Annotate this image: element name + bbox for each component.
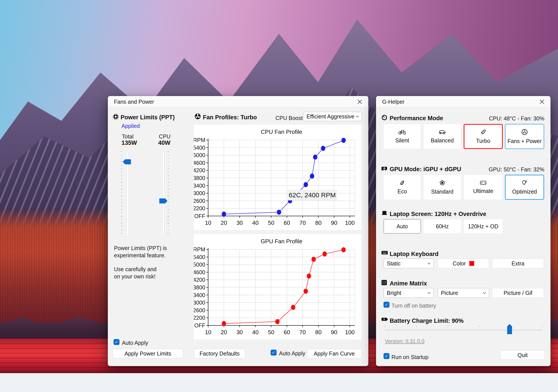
gpu-fan-chart-panel: OFF220026003000340038004200460050005400R… [194, 234, 362, 340]
close-icon [357, 99, 362, 104]
svg-text:3400: 3400 [194, 183, 205, 189]
svg-text:2200: 2200 [194, 315, 205, 321]
cpu-power-slider[interactable] [162, 151, 164, 237]
svg-text:4200: 4200 [194, 167, 205, 173]
turn-off-on-battery-checkbox[interactable]: ✓ [384, 302, 389, 308]
checkmark-icon: ✓ [272, 350, 276, 355]
fans-window-close-button[interactable] [356, 98, 364, 105]
keyboard-extra-button[interactable]: Extra [492, 259, 544, 268]
svg-text:20: 20 [221, 329, 227, 335]
mode-button-balanced[interactable]: Balanced [423, 124, 461, 149]
fans-window-title: Fans and Power [114, 99, 154, 105]
flower-icon [439, 180, 445, 186]
cpu-boost-value: Efficient Aggressive [303, 113, 356, 120]
keyboard-color-button[interactable]: Color [438, 259, 489, 268]
fan-profiles-header: Fan Profiles: Turbo [203, 114, 257, 121]
quit-button[interactable]: Quit [500, 350, 545, 360]
svg-text:3800: 3800 [194, 175, 205, 181]
version-link[interactable]: Version: 0.31.0.0 [385, 338, 424, 344]
screen-button-label: Auto [396, 223, 408, 230]
laptop-screen-header: Laptop Screen: 120Hz + Overdrive [390, 211, 486, 217]
screen-button-auto[interactable]: Auto [384, 219, 421, 234]
auto-apply-fan-checkbox[interactable]: ✓ [271, 350, 277, 356]
mode-button-label: Turbo [476, 138, 490, 144]
gpu-button-standard[interactable]: Standard [423, 175, 461, 200]
auto-apply-fan-label: Auto Apply [279, 350, 305, 357]
battery-charge-limit-header: Battery Charge Limit: 90% [390, 317, 464, 324]
gpu-button-ultimate[interactable]: Ultimate [464, 175, 503, 200]
apply-fan-curve-button[interactable]: Apply Fan Curve [307, 349, 362, 358]
chevron-down-icon [356, 115, 359, 117]
auto-apply-power-checkbox[interactable]: ✓ [113, 339, 120, 345]
svg-text:80: 80 [315, 219, 322, 226]
cpu-boost-label: CPU Boost [276, 115, 303, 121]
leaf-icon [399, 180, 405, 186]
svg-text:4600: 4600 [194, 160, 205, 166]
power-limits-applied-link[interactable]: Applied [122, 123, 140, 129]
gpu-button-label: Optimized [512, 189, 537, 195]
battery-charge-slider[interactable] [385, 329, 542, 331]
svg-text:40: 40 [252, 219, 259, 226]
bulb-gear-icon [522, 180, 528, 186]
matrix-brightness-dropdown[interactable]: Bright [384, 288, 434, 298]
mode-button-turbo[interactable]: Turbo [464, 124, 503, 149]
svg-text:62C, 2400 RPM: 62C, 2400 RPM [289, 191, 336, 199]
gpu-button-label: Eco [397, 188, 407, 195]
svg-text:80: 80 [315, 329, 322, 335]
power-limits-warning-1: Power Limits (PPT) is experimental featu… [114, 245, 167, 259]
gauge-icon [381, 115, 387, 121]
gpu-button-eco[interactable]: Eco [384, 175, 421, 200]
factory-defaults-button[interactable]: Factory Defaults [194, 349, 245, 358]
checkmark-icon: ✓ [385, 354, 388, 359]
svg-text:70: 70 [299, 329, 306, 335]
fans-and-power-window: Fans and Power Power Limits (PPT) Applie… [108, 96, 368, 366]
gpu-temp-fan-status: GPU: 50°C - Fan: 32% [489, 166, 544, 173]
svg-text:100: 100 [345, 219, 355, 226]
total-power-slider-thumb[interactable] [123, 159, 131, 164]
matrix-picture-gif-button[interactable]: Picture / Gif [492, 288, 544, 298]
mode-button-silent[interactable]: Silent [384, 124, 421, 149]
chevron-down-icon [427, 262, 431, 265]
mode-button-label: Fans + Power [508, 138, 542, 144]
keyboard-mode-dropdown[interactable]: Static [384, 259, 434, 268]
run-on-startup-label: Run on Startup [392, 354, 428, 360]
fans-window-titlebar[interactable]: Fans and Power [108, 96, 368, 107]
gpu-button-label: Ultimate [473, 188, 493, 194]
svg-text:10: 10 [205, 329, 211, 335]
gpu-mode-header: GPU Mode: iGPU + dGPU [390, 166, 461, 173]
gpu-button-optimized[interactable]: Optimized [505, 175, 544, 200]
rocket-icon [480, 129, 486, 135]
ghelper-title: G-Helper [382, 99, 404, 105]
battery-charge-slider-thumb[interactable] [507, 324, 512, 334]
cpu-boost-dropdown[interactable]: Efficient Aggressive [303, 112, 362, 121]
svg-text:3000: 3000 [194, 300, 205, 306]
svg-text:30: 30 [236, 329, 243, 335]
chevron-down-icon [483, 292, 486, 294]
mode-button-fans-power[interactable]: Fans + Power [505, 124, 544, 149]
battery-icon [381, 317, 388, 321]
svg-text:2200: 2200 [194, 205, 205, 211]
screen-button-120hz-od[interactable]: 120Hz + OD [464, 219, 503, 234]
apply-power-limits-button[interactable]: Apply Power Limits [113, 349, 183, 358]
color-button-label: Color [453, 260, 466, 267]
total-label: Total [122, 133, 134, 140]
checkmark-icon: ✓ [385, 302, 388, 307]
screen-button-60hz[interactable]: 60Hz [423, 219, 461, 234]
svg-text:CPU Fan Profile: CPU Fan Profile [261, 129, 302, 135]
screen-button-label: 120Hz + OD [468, 223, 498, 230]
cpu-power-slider-thumb[interactable] [159, 198, 167, 203]
svg-text:70: 70 [299, 219, 306, 226]
cpu-fan-chart[interactable]: OFF220026003000340038004200460050005400R… [194, 125, 362, 230]
ghelper-close-button[interactable] [538, 98, 546, 105]
turn-off-on-battery-label: Turn off on battery [392, 303, 436, 309]
ghelper-titlebar[interactable]: G-Helper [376, 96, 550, 107]
cpu-chip-icon [113, 114, 119, 120]
matrix-content-dropdown[interactable]: Picture [438, 288, 489, 298]
checkmark-icon: ✓ [115, 340, 118, 344]
svg-text:3800: 3800 [194, 284, 205, 291]
svg-text:2600: 2600 [194, 198, 205, 204]
run-on-startup-checkbox[interactable]: ✓ [384, 353, 389, 359]
desktop: Fans and Power Power Limits (PPT) Applie… [0, 0, 558, 392]
svg-text:4200: 4200 [194, 277, 205, 283]
gpu-fan-chart[interactable]: OFF220026003000340038004200460050005400R… [194, 234, 362, 340]
